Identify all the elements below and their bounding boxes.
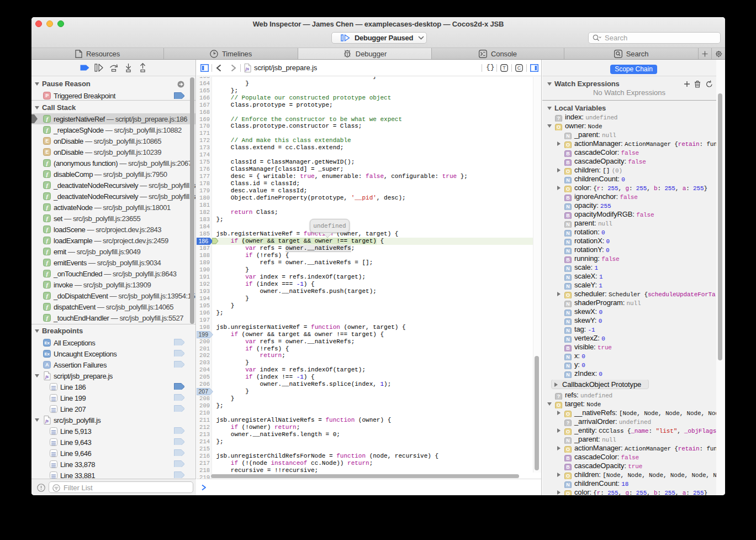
svg-text:C: C: [517, 65, 521, 71]
svg-text:js: js: [245, 66, 249, 71]
svg-text:js: js: [45, 418, 49, 423]
svg-text:199: 199: [198, 331, 208, 338]
svg-text:T: T: [503, 65, 506, 71]
svg-text:js: js: [45, 374, 49, 379]
svg-text:207: 207: [198, 388, 208, 395]
svg-text:186: 186: [198, 238, 208, 244]
